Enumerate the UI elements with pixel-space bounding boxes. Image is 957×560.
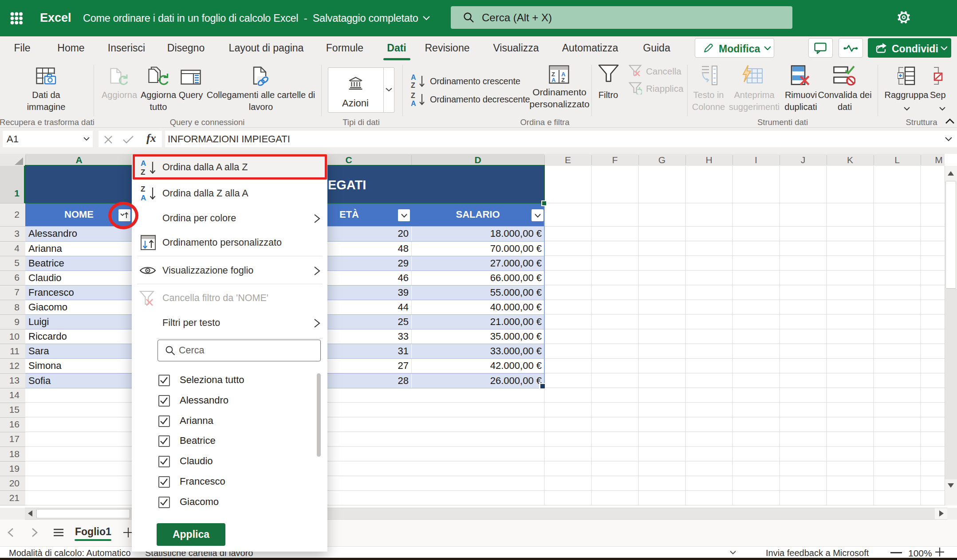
svg-text:Z: Z: [141, 185, 145, 193]
svg-text:Z: Z: [411, 82, 415, 89]
svg-text:A: A: [411, 74, 416, 81]
svg-text:A: A: [141, 194, 146, 202]
svg-text:Z: Z: [561, 77, 565, 83]
svg-text:Z: Z: [411, 92, 415, 99]
svg-text:A: A: [411, 100, 416, 107]
svg-text:A: A: [551, 77, 556, 83]
